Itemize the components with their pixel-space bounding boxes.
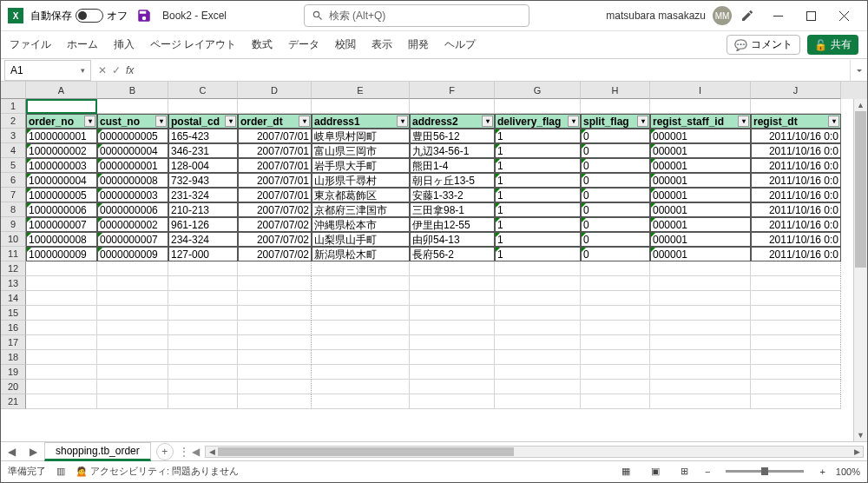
cell[interactable] bbox=[650, 350, 751, 365]
cell[interactable] bbox=[410, 306, 495, 321]
cell[interactable]: 0000000002 bbox=[97, 217, 168, 232]
close-button[interactable] bbox=[827, 3, 860, 29]
cell[interactable]: 1 bbox=[495, 232, 581, 247]
cell[interactable]: 2007/07/02 bbox=[238, 247, 312, 261]
cell[interactable] bbox=[751, 99, 841, 114]
cell[interactable]: 210-213 bbox=[168, 202, 238, 217]
cell[interactable] bbox=[312, 306, 410, 321]
row-header[interactable]: 2 bbox=[1, 114, 26, 129]
column-header[interactable]: B bbox=[97, 82, 168, 99]
cell[interactable]: 2011/10/16 0:0 bbox=[751, 129, 841, 143]
row-header[interactable]: 21 bbox=[1, 394, 26, 409]
vertical-scrollbar[interactable]: ▲ ▼ bbox=[853, 99, 867, 441]
cell[interactable] bbox=[650, 321, 751, 335]
page-break-button[interactable]: ⊞ bbox=[675, 464, 694, 480]
cell[interactable]: 朝日ヶ丘13-5 bbox=[410, 173, 495, 188]
cell[interactable] bbox=[168, 99, 238, 114]
fx-icon[interactable]: fx bbox=[126, 64, 134, 76]
cell[interactable] bbox=[238, 261, 312, 276]
cell[interactable]: 2007/07/01 bbox=[238, 129, 312, 143]
cell[interactable] bbox=[581, 335, 650, 350]
filter-button[interactable]: ▾ bbox=[637, 116, 648, 127]
cell[interactable] bbox=[26, 261, 97, 276]
cell[interactable]: address2▾ bbox=[410, 114, 495, 129]
row-header[interactable]: 17 bbox=[1, 335, 26, 350]
cell[interactable]: 0 bbox=[581, 158, 650, 173]
add-sheet-button[interactable]: + bbox=[156, 443, 174, 460]
cell[interactable]: 2011/10/16 0:0 bbox=[751, 173, 841, 188]
cell[interactable] bbox=[581, 394, 650, 409]
row-header[interactable]: 9 bbox=[1, 217, 26, 232]
row-header[interactable]: 14 bbox=[1, 291, 26, 306]
user-name[interactable]: matsubara masakazu bbox=[606, 10, 706, 22]
cell[interactable]: 2011/10/16 0:0 bbox=[751, 247, 841, 261]
select-all-corner[interactable] bbox=[1, 82, 26, 99]
accessibility-status[interactable]: 🙍 アクセシビリティ: 問題ありません bbox=[76, 465, 239, 478]
tab-layout[interactable]: ページ レイアウト bbox=[150, 37, 236, 52]
filter-button[interactable]: ▾ bbox=[568, 116, 579, 127]
cell[interactable]: 2007/07/02 bbox=[238, 202, 312, 217]
cell[interactable] bbox=[97, 394, 168, 409]
cell[interactable]: 富山県三岡市 bbox=[312, 143, 410, 158]
cell[interactable] bbox=[26, 321, 97, 335]
cell[interactable]: 京都府三津国市 bbox=[312, 202, 410, 217]
cell[interactable] bbox=[581, 380, 650, 394]
cell[interactable] bbox=[97, 291, 168, 306]
column-header[interactable]: A bbox=[26, 82, 97, 99]
cell[interactable]: 1000000005 bbox=[26, 188, 97, 202]
formula-input[interactable] bbox=[134, 60, 850, 81]
cell[interactable] bbox=[410, 365, 495, 380]
cell[interactable] bbox=[312, 394, 410, 409]
toggle-off-icon[interactable] bbox=[76, 9, 103, 23]
cell[interactable] bbox=[238, 394, 312, 409]
cell[interactable]: 000001 bbox=[650, 158, 751, 173]
row-header[interactable]: 12 bbox=[1, 261, 26, 276]
cell[interactable] bbox=[97, 306, 168, 321]
cell[interactable] bbox=[495, 380, 581, 394]
zoom-level[interactable]: 100% bbox=[836, 466, 860, 477]
cell[interactable]: 000001 bbox=[650, 217, 751, 232]
cell[interactable]: 000001 bbox=[650, 173, 751, 188]
cell[interactable]: 東京都葛飾区 bbox=[312, 188, 410, 202]
row-header[interactable]: 19 bbox=[1, 365, 26, 380]
cell[interactable]: 961-126 bbox=[168, 217, 238, 232]
cell[interactable] bbox=[751, 350, 841, 365]
cell[interactable] bbox=[410, 291, 495, 306]
search-input[interactable]: 検索 (Alt+Q) bbox=[304, 4, 529, 27]
page-layout-button[interactable]: ▣ bbox=[646, 464, 665, 480]
autosave-toggle[interactable]: 自動保存 オフ bbox=[30, 9, 128, 23]
cell[interactable] bbox=[495, 276, 581, 291]
scroll-up-icon[interactable]: ▲ bbox=[854, 99, 867, 111]
cell[interactable] bbox=[650, 365, 751, 380]
cell[interactable] bbox=[581, 365, 650, 380]
cell[interactable] bbox=[168, 261, 238, 276]
cell[interactable] bbox=[495, 306, 581, 321]
hscroll-thumb[interactable] bbox=[218, 447, 514, 456]
tab-view[interactable]: 表示 bbox=[372, 37, 392, 52]
stats-icon[interactable]: ▥ bbox=[56, 466, 65, 477]
cell[interactable] bbox=[410, 380, 495, 394]
cell[interactable] bbox=[650, 276, 751, 291]
tab-developer[interactable]: 開発 bbox=[408, 37, 429, 52]
cell[interactable]: 1 bbox=[495, 247, 581, 261]
cell[interactable]: 岐阜県村岡町 bbox=[312, 129, 410, 143]
cell[interactable]: 0000000005 bbox=[97, 129, 168, 143]
cell[interactable] bbox=[97, 276, 168, 291]
cell[interactable] bbox=[751, 261, 841, 276]
row-header[interactable]: 18 bbox=[1, 350, 26, 365]
filter-button[interactable]: ▾ bbox=[482, 116, 493, 127]
next-sheet-icon[interactable]: ▶ bbox=[23, 446, 44, 458]
cell[interactable] bbox=[581, 99, 650, 114]
normal-view-button[interactable]: ▦ bbox=[616, 464, 635, 480]
cell[interactable]: 2007/07/01 bbox=[238, 188, 312, 202]
cell[interactable]: 128-004 bbox=[168, 158, 238, 173]
cell[interactable]: 2011/10/16 0:0 bbox=[751, 232, 841, 247]
filter-button[interactable]: ▾ bbox=[225, 116, 236, 127]
cell[interactable] bbox=[751, 394, 841, 409]
cell[interactable] bbox=[26, 394, 97, 409]
cell[interactable]: 2007/07/01 bbox=[238, 158, 312, 173]
cell[interactable]: 000001 bbox=[650, 202, 751, 217]
cell[interactable] bbox=[168, 276, 238, 291]
cell[interactable] bbox=[168, 291, 238, 306]
cell[interactable]: regist_staff_id▾ bbox=[650, 114, 751, 129]
